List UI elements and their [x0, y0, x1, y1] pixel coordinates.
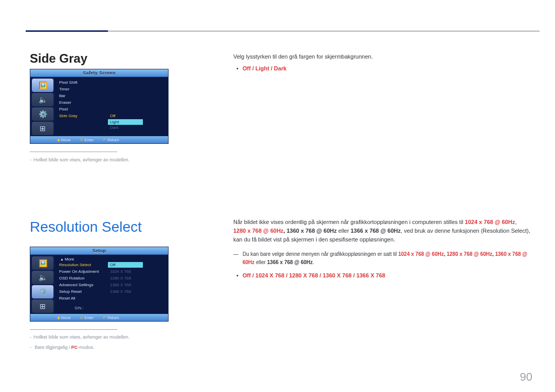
osd-menu-list: More Resolution Select Off Power On Adju…	[55, 255, 168, 313]
legend-enter: ⏎Enter	[80, 315, 94, 320]
menu-item-selected: Side Gray Off	[59, 113, 168, 119]
option-row: Dark	[59, 125, 168, 130]
footnote-rule	[30, 152, 117, 152]
paragraph-1: Når bildet ikke vises ordentlig på skjer…	[233, 218, 530, 244]
value-off: Off	[108, 262, 143, 268]
multi-icon: ⊞	[32, 300, 53, 313]
osd-title: Safety Screen	[30, 69, 168, 77]
multi-icon: ⊞	[32, 122, 53, 135]
osd-side-icons: 🖼️ 🔈 ⚙️ ⊞	[30, 77, 55, 136]
more-indicator: More	[59, 257, 168, 262]
menu-item: Eraser	[59, 99, 168, 106]
heading-side-gray: Side Gray	[30, 51, 87, 66]
sn-row: S/N :	[59, 305, 168, 311]
osd-legend: ◆Move ⏎Enter ↶Return	[30, 136, 168, 143]
picture-icon: 🖼️	[32, 79, 53, 92]
legend-return: ↶Return	[103, 138, 119, 142]
setup-icon: ⚙️	[32, 285, 53, 298]
page-number: 90	[520, 370, 532, 384]
legend-enter: ⏎Enter	[80, 138, 94, 142]
option-light: Light	[108, 119, 143, 125]
menu-item: Advanced Settings 1360 X 768	[59, 282, 168, 288]
osd-legend: ◆Move ⏎Enter ↶Return	[30, 314, 168, 321]
menu-item: Power On Adjustment 1024 X 768	[59, 268, 168, 275]
osd-body: 🖼️ 🔈 ⚙️ ⊞ More Resolution Select Off Pow…	[30, 255, 168, 313]
value-1280: 1280 X 768	[108, 275, 143, 281]
option-row: Light	[59, 119, 168, 125]
options-list: Off / 1024 X 768 / 1280 X 768 / 1360 X 7…	[243, 272, 385, 278]
page-header-rule	[26, 31, 540, 31]
menu-item: Pixel Shift	[59, 79, 168, 86]
options-list: Off / Light / Dark	[243, 65, 287, 71]
footnote-pc-mode: - Bare tilgjengelig i PC-modus.	[30, 344, 179, 351]
footnote-rule	[30, 329, 117, 330]
sound-icon: 🔈	[32, 271, 53, 284]
option-bullet: Off / Light / Dark	[233, 64, 529, 73]
osd-title: Setup	[30, 247, 168, 255]
osd-body: 🖼️ 🔈 ⚙️ ⊞ Pixel Shift Timer Bar Eraser P…	[30, 77, 168, 136]
option-off: Off	[108, 113, 143, 119]
page-header-accent	[26, 30, 108, 32]
osd-menu-list: Pixel Shift Timer Bar Eraser Pixel Side …	[55, 77, 168, 136]
heading-resolution-select: Resolution Select	[30, 219, 142, 235]
desc-line: Velg lysstyrken til den grå fargen for s…	[233, 52, 529, 61]
menu-item: Bar	[59, 92, 168, 99]
sound-icon: 🔈	[32, 93, 53, 106]
value-1360: 1360 X 768	[108, 282, 143, 288]
sn-label: S/N :	[59, 305, 84, 311]
side-gray-description: Velg lysstyrken til den grå fargen for s…	[233, 52, 529, 73]
option-bullet: Off / 1024 X 768 / 1280 X 768 / 1360 X 7…	[233, 271, 530, 280]
picture-icon: 🖼️	[32, 256, 53, 270]
menu-item: OSD Rotation 1280 X 768	[59, 275, 168, 282]
footnote-model: -Hvilket bilde som vises, avhenger av mo…	[30, 157, 179, 163]
note-line: ― Du kan bare velge denne menyen når gra…	[233, 250, 530, 266]
resolution-select-description: Når bildet ikke vises ordentlig på skjer…	[233, 218, 530, 280]
osd-side-icons: 🖼️ 🔈 ⚙️ ⊞	[30, 255, 55, 313]
menu-item-selected: Resolution Select Off	[59, 262, 168, 268]
footnote-model: -Hvilket bilde som vises, avhenger av mo…	[30, 334, 179, 341]
option-dark: Dark	[108, 125, 143, 130]
menu-item: Reset All	[59, 295, 168, 302]
menu-item: Pixel	[59, 106, 168, 113]
menu-item: Setup Reset 1366 X 768	[59, 288, 168, 295]
value-1366: 1366 X 768	[108, 289, 143, 294]
setup-icon: ⚙️	[32, 107, 53, 121]
osd-screenshot-setup: Setup 🖼️ 🔈 ⚙️ ⊞ More Resolution Select O…	[30, 247, 169, 322]
legend-return: ↶Return	[103, 315, 119, 320]
osd-screenshot-safety-screen: Safety Screen 🖼️ 🔈 ⚙️ ⊞ Pixel Shift Time…	[30, 69, 169, 144]
legend-move: ◆Move	[57, 138, 70, 142]
value-1024: 1024 X 768	[108, 269, 143, 274]
legend-move: ◆Move	[57, 315, 70, 320]
menu-item: Timer	[59, 86, 168, 92]
